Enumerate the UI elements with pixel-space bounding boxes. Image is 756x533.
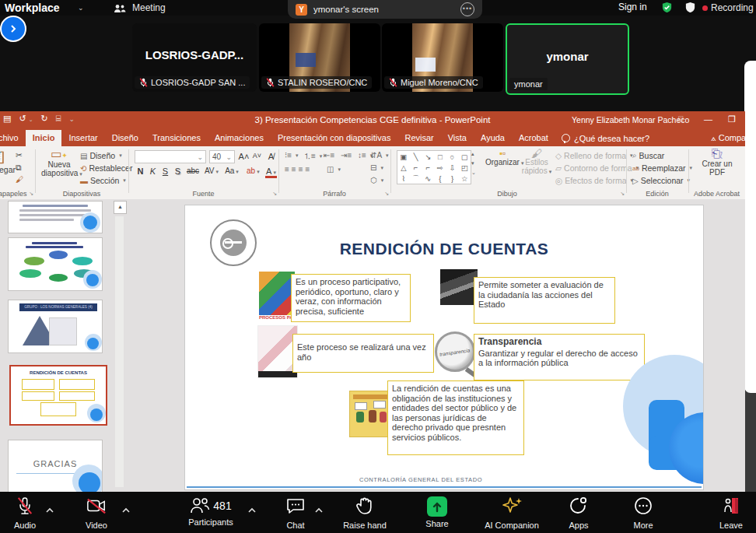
italic-button[interactable]: K	[147, 167, 159, 176]
audio-button[interactable]: Audio	[0, 496, 50, 530]
paste-icon[interactable]: 📋	[0, 149, 6, 164]
shape-fill-button[interactable]: ◇Relleno de forma	[555, 151, 633, 160]
participants-options-chevron[interactable]	[247, 503, 257, 517]
smartart-icon[interactable]: ⬡	[370, 176, 383, 184]
format-painter-icon[interactable]: 🖌	[16, 175, 23, 184]
dialog-launcher-icon[interactable]: ↘	[29, 191, 33, 197]
tab-diseno[interactable]: Diseño	[105, 130, 145, 146]
decrease-font-icon[interactable]: A˅	[251, 152, 263, 160]
bullets-icon[interactable]: ⁝≡	[285, 151, 299, 160]
ai-companion-button[interactable]: AI Companion	[473, 496, 551, 530]
thumbnail-scrollbar[interactable]	[115, 216, 124, 487]
ppt-share-button[interactable]: ⟑ Compartir	[711, 130, 745, 146]
section-button[interactable]: ▬Sección	[80, 176, 126, 185]
tell-me-box[interactable]: ¿Qué desea hacer?	[555, 130, 656, 146]
more-button[interactable]: More	[618, 496, 668, 530]
restore-button[interactable]: ❐	[728, 114, 736, 124]
change-case-button[interactable]: Aa	[225, 167, 239, 175]
dialog-launcher-icon[interactable]: ↘	[384, 191, 389, 197]
decrease-indent-icon[interactable]: ⇤≡	[324, 151, 334, 160]
tab-meeting[interactable]: Meeting	[132, 2, 166, 13]
dialog-launcher-icon[interactable]: ↘	[620, 191, 625, 197]
textbox-transparencia[interactable]: Transparencia Garantizar y regular el de…	[474, 334, 645, 380]
video-tile-stalin[interactable]: STALIN ROSERO/CNC	[259, 23, 380, 92]
chat-options-chevron[interactable]	[314, 503, 324, 517]
quick-styles-button[interactable]: 🖌 Estilos rápidos	[521, 149, 552, 176]
tab-archivo[interactable]: Archivo	[0, 130, 26, 146]
strikethrough-button[interactable]: abc	[184, 167, 201, 175]
font-size-combo[interactable]: 40⌄	[209, 150, 235, 163]
save-icon[interactable]: ▤	[3, 114, 11, 124]
sign-in-button[interactable]: Sign in	[618, 2, 647, 12]
select-button[interactable]: ▷Seleccionar	[632, 176, 690, 185]
chat-button[interactable]: Chat	[271, 496, 320, 530]
bold-button[interactable]: N	[135, 167, 146, 176]
tab-acrobat[interactable]: Acrobat	[512, 130, 555, 146]
copy-icon[interactable]: ⧉	[16, 163, 22, 173]
slide-thumbnail-1[interactable]	[8, 201, 103, 233]
video-tile-self[interactable]: ymonar ymonar	[506, 23, 629, 95]
tab-revisar[interactable]: Revisar	[397, 130, 440, 146]
ribbon-display-options-icon[interactable]: ⌼	[678, 114, 684, 124]
tab-ayuda[interactable]: Ayuda	[474, 130, 512, 146]
arrange-button[interactable]: ▪▫ Organizar	[485, 149, 520, 167]
next-page-button[interactable]	[0, 16, 26, 42]
slide-thumbnail-5[interactable]: GRACIAS	[8, 440, 103, 492]
slide-thumbnail-2[interactable]	[8, 237, 103, 291]
slide-thumbnail-3[interactable]: GRUPO : LOS NORMAS GENERALES (4)	[8, 300, 103, 353]
font-color-button[interactable]: A	[265, 167, 277, 178]
highlight-color-button[interactable]: ab	[247, 167, 258, 175]
textbox-evaluacion[interactable]: Permite someter a evaluación de la ciuda…	[474, 277, 615, 324]
slide-canvas[interactable]: RENDICIÓN DE CUENTAS PROCESOS PARTICIPAT…	[184, 205, 704, 490]
tab-animaciones[interactable]: Animaciones	[208, 130, 271, 146]
shared-screen-pill[interactable]: Y ymonar's screen •••	[288, 0, 482, 19]
customize-qat-icon[interactable]: ⌄	[68, 115, 75, 123]
minimize-button[interactable]: —	[704, 114, 712, 124]
new-slide-button[interactable]: ▭✦ Nueva diapositiva	[41, 149, 77, 178]
slide-layout-button[interactable]: ▤Diseño	[80, 151, 122, 160]
tab-presentacion[interactable]: Presentación con diapositivas	[271, 130, 398, 146]
find-button[interactable]: ⌕Buscar	[632, 151, 664, 160]
tab-vista[interactable]: Vista	[441, 130, 474, 146]
numbering-icon[interactable]: ⒈≡	[303, 151, 322, 162]
audio-options-chevron[interactable]	[45, 503, 54, 517]
tab-transiciones[interactable]: Transiciones	[145, 130, 208, 146]
cut-icon[interactable]: ✂	[16, 150, 23, 160]
video-button[interactable]: Video	[72, 496, 121, 530]
workspace-chevron-down-icon[interactable]: ⌄	[78, 4, 84, 12]
share-button[interactable]: Share	[412, 496, 462, 528]
text-direction-icon[interactable]: ⇵A	[370, 151, 389, 160]
thumbnail-scroll-up-button[interactable]: ▲	[114, 201, 127, 214]
text-shadow-button[interactable]: S	[172, 167, 184, 176]
slideshow-icon[interactable]: ⌸	[56, 114, 61, 124]
textbox-una-vez[interactable]: Este proceso se realizará una vez año	[292, 334, 434, 373]
tab-insertar[interactable]: Insertar	[61, 130, 104, 146]
redo-icon[interactable]: ↻	[41, 114, 48, 124]
apps-button[interactable]: Apps	[554, 496, 604, 530]
underline-button[interactable]: S	[159, 167, 171, 176]
align-text-icon[interactable]: ⊟	[370, 163, 383, 172]
slide-thumbnail-4-selected[interactable]: RENDICIÓN DE CUENTAS	[9, 365, 107, 426]
leave-button[interactable]: Leave	[706, 496, 756, 530]
replace-button[interactable]: abReemplazar	[632, 163, 692, 173]
undo-icon[interactable]: ↺ ⌄	[19, 114, 33, 124]
dialog-launcher-icon[interactable]: ↘	[272, 191, 277, 197]
shapes-gallery[interactable]: ▣╲↘□○▢ △⌐⌐⇨⇩◰ ⌇⌒∿{}☆	[397, 150, 471, 184]
textbox-obligacion[interactable]: La rendición de cuentas es una obligació…	[387, 380, 524, 455]
font-name-combo[interactable]: ⌄	[135, 150, 206, 163]
increase-indent-icon[interactable]: ⇥≡	[341, 151, 352, 160]
more-options-icon[interactable]: •••	[460, 2, 474, 16]
shapes-scroll-icons[interactable]: ▴▾⌄	[471, 149, 476, 177]
shape-effects-button[interactable]: ◎Efectos de forma	[555, 176, 633, 185]
participants-button[interactable]: 481 Participants	[168, 496, 254, 527]
tab-inicio[interactable]: Inicio	[26, 130, 62, 146]
account-user-name[interactable]: Yenny Elizabeth Monar Pacheco	[572, 115, 689, 124]
columns-icon[interactable]: ◫	[327, 165, 341, 174]
character-spacing-button[interactable]: AV	[204, 167, 219, 175]
reset-slide-button[interactable]: ⟲Restablecer	[80, 163, 132, 173]
video-tile-losrios[interactable]: LOSRIOS-GADP... LOSRIOS-GADP SAN ...	[132, 23, 257, 92]
create-pdf-button[interactable]: ⎗⟅ Crear un PDF	[698, 149, 737, 177]
increase-font-icon[interactable]: A˄	[238, 152, 250, 161]
align-buttons[interactable]: ≡≡≡≡	[285, 165, 312, 174]
raise-hand-button[interactable]: Raise hand	[334, 496, 395, 530]
